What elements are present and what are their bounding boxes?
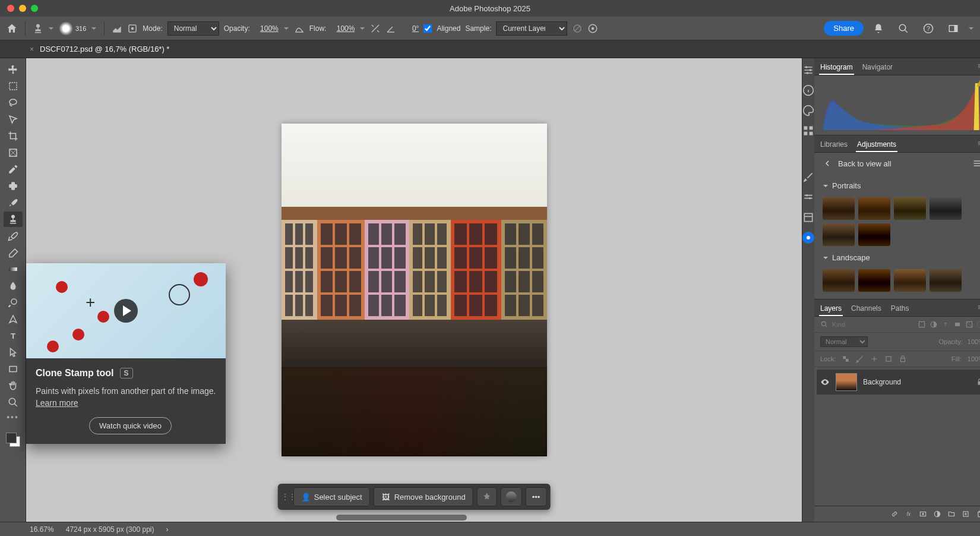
search-icon[interactable] <box>898 23 909 34</box>
play-icon[interactable] <box>114 299 138 323</box>
adjustments-icon[interactable] <box>802 64 814 76</box>
brush-preview[interactable] <box>59 21 73 36</box>
link-layers-icon[interactable] <box>890 510 899 518</box>
lock-artboard-icon[interactable] <box>884 355 893 363</box>
delete-layer-icon[interactable] <box>976 510 980 518</box>
horizontal-scrollbar[interactable] <box>336 515 467 521</box>
list-view-icon[interactable] <box>972 159 980 168</box>
home-icon[interactable] <box>6 23 18 34</box>
adjustments-tab[interactable]: Adjustments <box>856 138 897 152</box>
tooltip-video-preview[interactable]: + <box>26 263 226 358</box>
history-brush-tool[interactable] <box>4 228 23 244</box>
selection-tool[interactable] <box>4 112 23 127</box>
color-swatches[interactable] <box>5 429 21 446</box>
preset-thumbnail[interactable] <box>823 223 855 246</box>
tab-close-icon[interactable]: × <box>30 45 34 53</box>
filter-toggle[interactable] <box>977 321 980 328</box>
clone-stamp-tool[interactable] <box>4 212 23 227</box>
zoom-tool[interactable] <box>4 395 23 410</box>
opacity-value[interactable]: 100% <box>968 338 980 345</box>
preset-thumbnail[interactable] <box>894 269 926 292</box>
share-button[interactable]: Share <box>824 21 864 36</box>
dodge-tool[interactable] <box>4 295 23 310</box>
panel-menu-icon[interactable]: ≡ <box>974 61 980 75</box>
learn-more-link[interactable]: Learn more <box>36 398 78 408</box>
properties-button[interactable] <box>501 487 522 506</box>
new-layer-icon[interactable] <box>962 510 970 518</box>
filter-type-icon[interactable]: T <box>941 320 950 329</box>
back-to-view-all[interactable]: Back to view all <box>814 153 980 174</box>
notifications-icon[interactable] <box>873 23 884 34</box>
window-minimize[interactable] <box>19 5 26 12</box>
lock-pixels-icon[interactable] <box>856 355 864 363</box>
libraries-tab[interactable]: Libraries <box>819 138 849 152</box>
brush-panel-icon[interactable] <box>112 23 122 34</box>
group-icon[interactable] <box>947 510 956 518</box>
angle-icon[interactable] <box>385 23 396 34</box>
preset-thumbnail[interactable] <box>858 269 890 292</box>
adjustment-layer-icon[interactable] <box>933 510 941 518</box>
layer-thumbnail[interactable] <box>836 373 857 391</box>
lock-transparency-icon[interactable] <box>842 355 850 363</box>
paths-tab[interactable]: Paths <box>890 302 911 316</box>
chevron-down-icon[interactable] <box>48 26 54 31</box>
preset-thumbnail[interactable] <box>930 269 962 292</box>
preset-thumbnail[interactable] <box>858 197 890 220</box>
clone-source-panel-icon[interactable] <box>802 191 814 203</box>
lock-icon[interactable] <box>976 378 980 386</box>
layers-tab[interactable]: Layers <box>819 302 843 316</box>
filter-pixel-icon[interactable] <box>918 320 926 329</box>
pressure-size-icon[interactable] <box>587 23 598 34</box>
marquee-tool[interactable] <box>4 78 23 94</box>
brushes-icon[interactable] <box>802 171 814 183</box>
histogram-tab[interactable]: Histogram <box>819 61 854 75</box>
crop-tool[interactable] <box>4 128 23 144</box>
status-chevron-icon[interactable]: › <box>166 525 168 534</box>
layer-name[interactable]: Background <box>863 378 970 386</box>
preset-thumbnail[interactable] <box>823 269 855 292</box>
channels-tab[interactable]: Channels <box>850 302 883 316</box>
swatches-icon[interactable] <box>802 125 814 137</box>
navigator-tab[interactable]: Navigator <box>861 61 894 75</box>
select-subject-button[interactable]: 👤 Select subject <box>293 487 370 506</box>
type-tool[interactable]: T <box>4 328 23 343</box>
portraits-section[interactable]: Portraits <box>823 178 980 194</box>
search-icon[interactable] <box>820 320 829 329</box>
panel-menu-icon[interactable]: ≡ <box>974 138 980 152</box>
color-icon[interactable] <box>802 105 814 116</box>
eyedropper-tool[interactable] <box>4 162 23 177</box>
filter-smart-icon[interactable] <box>965 320 973 329</box>
frame-tool[interactable] <box>4 145 23 160</box>
eraser-tool[interactable] <box>4 245 23 260</box>
panel-menu-icon[interactable]: ≡ <box>974 302 980 316</box>
layer-mask-icon[interactable] <box>919 510 927 518</box>
chevron-down-icon[interactable] <box>968 26 974 31</box>
pressure-opacity-icon[interactable] <box>294 23 305 34</box>
fill-value[interactable]: 100% <box>968 355 980 362</box>
zoom-level[interactable]: 16.67% <box>30 525 54 534</box>
angle-input[interactable] <box>401 24 419 33</box>
pin-button[interactable] <box>477 487 497 506</box>
flow-input[interactable] <box>331 24 355 33</box>
airbrush-icon[interactable] <box>370 23 381 34</box>
layer-style-icon[interactable]: fx <box>905 510 913 518</box>
landscape-section[interactable]: Landscape <box>823 250 980 266</box>
workspace-icon[interactable] <box>948 23 959 34</box>
opacity-input[interactable] <box>255 24 279 33</box>
ignore-adjustment-icon[interactable] <box>572 23 583 34</box>
lock-all-icon[interactable] <box>899 355 907 363</box>
preset-thumbnail[interactable] <box>858 223 890 246</box>
brush-size-value[interactable]: 316 <box>75 25 86 32</box>
hand-tool[interactable] <box>4 378 23 393</box>
preset-thumbnail[interactable] <box>894 197 926 220</box>
chevron-down-icon[interactable] <box>359 26 365 31</box>
filter-shape-icon[interactable] <box>953 320 962 329</box>
brush-tool[interactable] <box>4 195 23 210</box>
lock-position-icon[interactable] <box>870 355 878 363</box>
healing-tool[interactable] <box>4 178 23 194</box>
remove-background-button[interactable]: 🖼 Remove background <box>374 487 473 506</box>
stamp-tool-icon[interactable] <box>33 23 43 34</box>
preset-thumbnail[interactable] <box>823 197 855 220</box>
aligned-checkbox[interactable] <box>423 24 432 33</box>
chevron-down-icon[interactable] <box>283 26 289 31</box>
